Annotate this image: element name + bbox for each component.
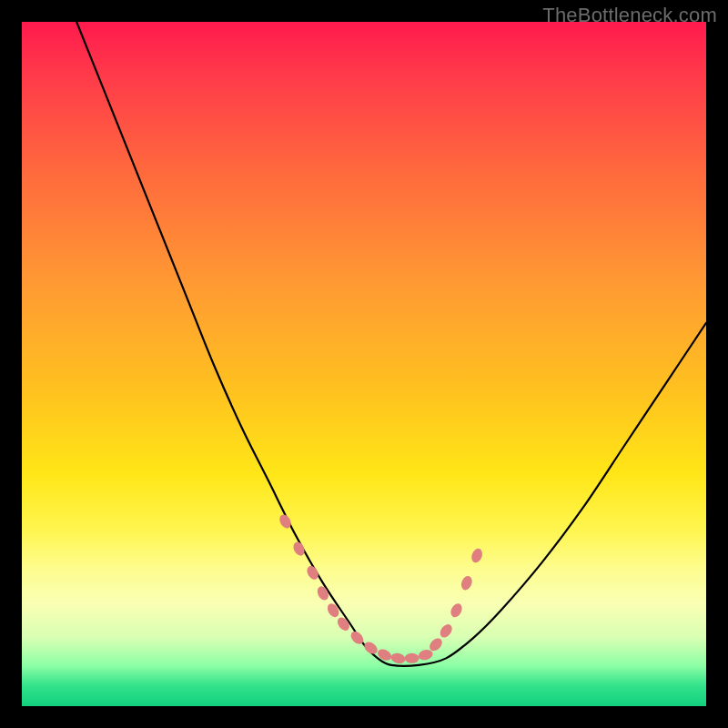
marker-dot [449, 602, 464, 619]
chart-svg [22, 22, 706, 706]
marker-dot [335, 615, 351, 632]
marker-dot [427, 636, 444, 653]
marker-dot [278, 512, 294, 530]
marker-dot [438, 622, 454, 640]
chart-frame [22, 22, 706, 706]
marker-dot [405, 653, 420, 663]
watermark-text: TheBottleneck.com [542, 4, 717, 27]
marker-dot [418, 648, 434, 662]
marker-dot [470, 547, 484, 564]
marker-dot [376, 647, 393, 662]
marker-dot [291, 540, 307, 557]
marker-dot [315, 584, 330, 602]
marker-dot [362, 640, 379, 656]
marker-dot [325, 602, 341, 619]
marker-dot [460, 574, 474, 592]
marker-dot [305, 564, 320, 581]
marker-dots-group [278, 512, 484, 664]
bottleneck-curve [76, 22, 706, 666]
marker-dot [390, 652, 407, 665]
marker-dot [349, 629, 366, 646]
